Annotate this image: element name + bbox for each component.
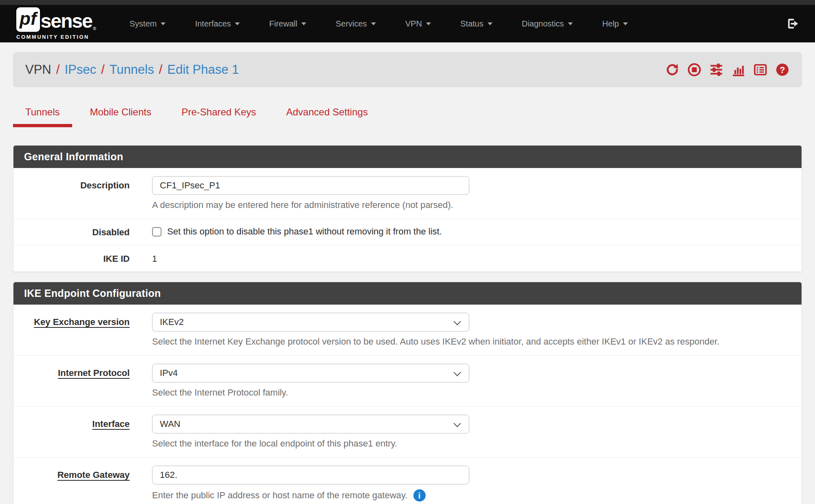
- chevron-down-icon: [235, 22, 240, 25]
- nav-item-label: Diagnostics: [522, 19, 564, 29]
- form-row-internet-protocol: Internet Protocol IPv4 Select the Intern…: [13, 356, 802, 407]
- remote-gateway-help-text: Enter the public IP address or host name…: [152, 490, 408, 501]
- interface-label: Interface: [13, 415, 148, 449]
- ike-id-value: 1: [152, 253, 802, 264]
- description-input[interactable]: [152, 176, 469, 195]
- breadcrumb-separator: /: [51, 62, 65, 77]
- log-icon[interactable]: [753, 62, 768, 77]
- pf-logo-box: pf: [16, 7, 40, 32]
- breadcrumb-separator: /: [154, 62, 168, 77]
- tab-bar: Tunnels Mobile Clients Pre-Shared Keys A…: [13, 101, 802, 127]
- internet-protocol-label-text: Internet Protocol: [58, 368, 130, 378]
- nav-item-label: System: [130, 19, 157, 29]
- remote-gateway-label-text: Remote Gateway: [57, 470, 130, 480]
- nav-item-interfaces[interactable]: Interfaces: [180, 19, 254, 29]
- tab-tunnels[interactable]: Tunnels: [13, 101, 72, 127]
- description-label: Description: [13, 176, 148, 210]
- interface-help: Select the interface for the local endpo…: [152, 438, 802, 449]
- nav-item-label: Status: [460, 19, 484, 29]
- section-title-general: General Information: [13, 146, 802, 168]
- sense-logo-text: sense: [41, 11, 92, 32]
- general-information-panel: General Information Description A descri…: [13, 145, 802, 272]
- disabled-label: Disabled: [13, 226, 148, 238]
- stop-icon[interactable]: [687, 62, 702, 77]
- pfsense-logo[interactable]: pf sense ® COMMUNITY EDITION: [16, 7, 96, 40]
- ike-endpoint-panel: IKE Endpoint Configuration Key Exchange …: [13, 282, 802, 504]
- breadcrumb-ipsec-link[interactable]: IPsec: [64, 62, 96, 77]
- nav-item-label: Help: [602, 19, 619, 29]
- description-help: A description may be entered here for ad…: [152, 200, 802, 210]
- breadcrumb-bar: VPN / IPsec / Tunnels / Edit Phase 1: [13, 52, 802, 87]
- nav-item-firewall[interactable]: Firewall: [254, 19, 321, 29]
- remote-gateway-label: Remote Gateway: [13, 466, 148, 502]
- interface-selected-value: WAN: [160, 419, 181, 429]
- remote-gateway-help: Enter the public IP address or host name…: [152, 489, 802, 502]
- chevron-down-icon: [623, 22, 628, 25]
- internet-protocol-select[interactable]: IPv4: [152, 364, 469, 382]
- nav-item-vpn[interactable]: VPN: [391, 19, 446, 29]
- key-exchange-label-text: Key Exchange version: [34, 317, 130, 327]
- refresh-icon[interactable]: [665, 62, 680, 77]
- section-title-ike-endpoint: IKE Endpoint Configuration: [13, 282, 802, 305]
- sign-out-icon[interactable]: [785, 17, 799, 31]
- form-row-disabled: Disabled Set this option to disable this…: [13, 219, 802, 245]
- form-row-interface: Interface WAN Select the interface for t…: [13, 407, 802, 458]
- form-row-remote-gateway: Remote Gateway Enter the public IP addre…: [13, 458, 802, 504]
- breadcrumb-edit-phase1-link[interactable]: Edit Phase 1: [167, 62, 239, 77]
- internet-protocol-help: Select the Internet Protocol family.: [152, 387, 802, 398]
- breadcrumb-separator: /: [96, 62, 110, 77]
- chevron-down-icon: [426, 22, 431, 25]
- breadcrumb: VPN / IPsec / Tunnels / Edit Phase 1: [25, 62, 239, 77]
- ike-id-label: IKE ID: [13, 253, 148, 264]
- sliders-icon[interactable]: [709, 62, 724, 77]
- chevron-down-icon: [488, 22, 493, 25]
- nav-item-status[interactable]: Status: [446, 19, 507, 29]
- chevron-down-icon: [453, 318, 461, 325]
- nav-item-label: VPN: [405, 19, 422, 29]
- tab-mobile-clients[interactable]: Mobile Clients: [78, 101, 164, 127]
- breadcrumb-vpn: VPN: [25, 62, 51, 77]
- nav-item-help[interactable]: Help: [588, 19, 643, 29]
- internet-protocol-label: Internet Protocol: [13, 364, 148, 398]
- nav-item-label: Interfaces: [195, 19, 231, 29]
- nav-item-label: Firewall: [269, 19, 297, 29]
- chevron-down-icon: [161, 22, 166, 25]
- svg-text:?: ?: [780, 65, 785, 75]
- form-row-ike-id: IKE ID 1: [13, 245, 802, 272]
- disabled-checkbox-label: Set this option to disable this phase1 w…: [167, 226, 442, 237]
- main-navbar: pf sense ® COMMUNITY EDITION System Inte…: [0, 5, 815, 42]
- chart-icon[interactable]: [731, 62, 746, 77]
- key-exchange-selected-value: IKEv2: [160, 317, 184, 327]
- nav-item-services[interactable]: Services: [321, 19, 391, 29]
- tab-pre-shared-keys[interactable]: Pre-Shared Keys: [169, 101, 268, 127]
- nav-item-label: Services: [336, 19, 367, 29]
- chevron-down-icon: [371, 22, 376, 25]
- registered-mark: ®: [93, 26, 96, 31]
- form-row-key-exchange: Key Exchange version IKEv2 Select the In…: [13, 305, 802, 356]
- nav-menu: System Interfaces Firewall Services VPN …: [115, 19, 643, 29]
- chevron-down-icon: [568, 22, 573, 25]
- community-edition-label: COMMUNITY EDITION: [16, 34, 96, 40]
- breadcrumb-tunnels-link[interactable]: Tunnels: [110, 62, 154, 77]
- remote-gateway-input[interactable]: [152, 466, 469, 484]
- internet-protocol-selected-value: IPv4: [160, 368, 178, 378]
- key-exchange-select[interactable]: IKEv2: [152, 313, 469, 332]
- help-icon[interactable]: ?: [775, 62, 790, 77]
- interface-select[interactable]: WAN: [152, 415, 469, 433]
- nav-item-system[interactable]: System: [115, 19, 181, 29]
- tab-advanced-settings[interactable]: Advanced Settings: [274, 101, 380, 127]
- disabled-checkbox[interactable]: [152, 227, 161, 237]
- chevron-down-icon: [453, 420, 461, 427]
- info-icon[interactable]: i: [413, 489, 426, 502]
- interface-label-text: Interface: [92, 419, 130, 429]
- form-row-description: Description A description may be entered…: [13, 168, 802, 219]
- key-exchange-label: Key Exchange version: [13, 313, 148, 347]
- top-strip: [0, 0, 815, 5]
- chevron-down-icon: [301, 22, 306, 25]
- page-action-icons: ?: [665, 62, 790, 77]
- nav-item-diagnostics[interactable]: Diagnostics: [507, 19, 588, 29]
- key-exchange-help: Select the Internet Key Exchange protoco…: [152, 336, 802, 347]
- chevron-down-icon: [453, 369, 461, 376]
